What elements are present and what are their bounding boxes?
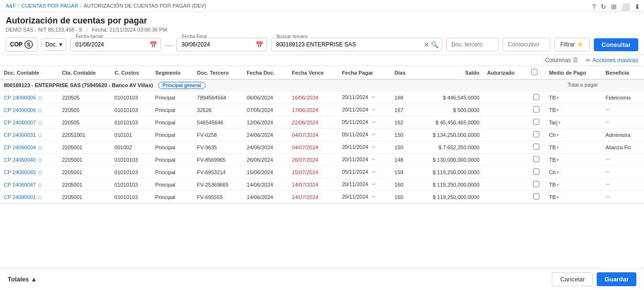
- doc-link[interactable]: CP 24060034: [4, 145, 36, 150]
- beneficia-edit-icon[interactable]: ✏: [606, 181, 610, 187]
- doc-tercero-input[interactable]: [446, 38, 499, 51]
- external-link-icon: ⬡: [38, 183, 42, 188]
- doc-link[interactable]: CP 24060045: [4, 169, 36, 175]
- cell-checkbox: [527, 166, 545, 178]
- cell-fecha-pagar: 05/11/2024 ✏: [338, 129, 391, 141]
- row-checkbox[interactable]: [533, 193, 539, 200]
- breadcrumb-home[interactable]: A&F: [6, 3, 16, 9]
- doc-link[interactable]: CP 24060047: [4, 182, 36, 188]
- acciones-masivas-button[interactable]: ✏ Acciones masivas: [586, 57, 638, 64]
- download-icon[interactable]: ⬇: [634, 3, 640, 11]
- cell-beneficia: Alianza Fic: [602, 141, 644, 154]
- beneficia-edit-icon[interactable]: ✏: [606, 119, 610, 125]
- cell-saldo: $ 119,250,000.0000: [415, 191, 483, 203]
- refresh-icon[interactable]: ↻: [601, 3, 606, 11]
- beneficia-edit-icon[interactable]: ✏: [606, 169, 610, 175]
- fecha-final-calendar-icon[interactable]: 📅: [256, 41, 263, 48]
- fecha-pagar-edit-icon[interactable]: ✏: [372, 144, 376, 150]
- table-group-row: 800189123 - ENTERPRISE SAS (75945620 - B…: [0, 79, 644, 91]
- cell-fecha-doc: 06/06/2024: [243, 91, 288, 104]
- cell-fecha-doc: 26/06/2024: [243, 154, 288, 166]
- fecha-final-input[interactable]: 30/06/2024: [176, 38, 267, 51]
- doc-link[interactable]: CP 24060006: [4, 107, 36, 113]
- cell-segmento: Principal: [151, 178, 193, 191]
- medio-pago-selector[interactable]: TB ▾: [549, 157, 559, 163]
- row-checkbox[interactable]: [533, 168, 539, 175]
- doc-link[interactable]: CP 24060007: [4, 120, 36, 125]
- doc-link[interactable]: CP 24080001: [4, 194, 36, 200]
- fecha-pagar-edit-icon[interactable]: ✏: [372, 194, 376, 200]
- row-checkbox[interactable]: [533, 94, 539, 100]
- filtrar-button[interactable]: Filtrar ⚡: [554, 38, 590, 51]
- currency-label: COP: [10, 41, 22, 48]
- fecha-pagar-edit-icon[interactable]: ✏: [372, 156, 376, 162]
- columns-button[interactable]: Columnas ☰: [545, 57, 578, 64]
- medio-pago-selector[interactable]: TB ▾: [549, 194, 559, 200]
- medio-pago-selector[interactable]: Ch ▾: [549, 132, 559, 138]
- col-medio-pago: Medio de Pago: [545, 66, 601, 79]
- table-row: CP 24080001 ⬡ 2205001 01010103 Principal…: [0, 191, 644, 203]
- row-checkbox[interactable]: [533, 181, 539, 187]
- cell-fecha-pagar: 20/11/2024 ✏: [338, 91, 391, 104]
- fecha-pagar-edit-icon[interactable]: ✏: [372, 169, 376, 175]
- cell-doc-tercero: FV-0258: [193, 129, 243, 141]
- consecutivo-group: [503, 38, 550, 51]
- question-icon[interactable]: ?: [592, 3, 596, 11]
- doc-link[interactable]: CP 24060031: [4, 132, 36, 138]
- total-label: Total a pagar: [568, 82, 598, 88]
- cell-doc-contable: CP 24080001 ⬡: [0, 191, 58, 203]
- cell-saldo: $ 130,000,000.0000: [415, 154, 483, 166]
- table-row: CP 24060040 ⬡ 2205001 01010103 Principal…: [0, 154, 644, 166]
- window-icon[interactable]: ⬜: [622, 3, 630, 11]
- fecha-inicial-calendar-icon[interactable]: 📅: [150, 41, 157, 48]
- fecha-pagar-edit-icon[interactable]: ✏: [372, 107, 376, 112]
- external-link-icon: ⬡: [38, 145, 42, 150]
- fecha-inicial-input[interactable]: 01/06/2024: [70, 38, 161, 51]
- medio-pago-selector[interactable]: TB ▾: [549, 107, 559, 113]
- breadcrumb-level2: AUTORIZACIÓN DE CUENTAS POR PAGAR (DEV): [84, 3, 206, 9]
- cell-fecha-pagar: 05/11/2024 ✏: [338, 116, 391, 129]
- row-checkbox[interactable]: [533, 156, 539, 162]
- currency-button[interactable]: COP S: [6, 37, 37, 52]
- external-link-icon: ⬡: [38, 96, 42, 100]
- medio-pago-selector[interactable]: TB ▾: [549, 182, 559, 188]
- beneficia-edit-icon[interactable]: ✏: [606, 107, 610, 112]
- fecha-pagar-edit-icon[interactable]: ✏: [372, 132, 376, 137]
- clear-tercero-icon[interactable]: ✕: [424, 41, 429, 48]
- breadcrumb-level1[interactable]: CUENTAS POR PAGAR: [21, 3, 78, 9]
- medio-pago-selector[interactable]: TB ▾: [549, 95, 559, 100]
- search-tercero-icon[interactable]: 🔍: [431, 41, 439, 48]
- fecha-pagar-edit-icon[interactable]: ✏: [372, 119, 376, 125]
- medio-pago-selector[interactable]: TB ▾: [549, 145, 559, 150]
- fecha-pagar-edit-icon[interactable]: ✏: [372, 94, 376, 100]
- consecutivo-input[interactable]: [503, 38, 550, 51]
- cell-beneficia: Administra: [602, 129, 644, 141]
- col-fecha-vence: Fecha Vence: [288, 66, 338, 79]
- cell-fecha-doc: 07/06/2024: [243, 104, 288, 116]
- cell-fecha-pagar: 20/11/2024 ✏: [338, 104, 391, 116]
- doc-type-selector[interactable]: Doc. ▾: [41, 38, 66, 51]
- row-checkbox[interactable]: [533, 106, 539, 112]
- beneficia-edit-icon[interactable]: ✏: [606, 194, 610, 200]
- consultar-button[interactable]: Consultar: [594, 38, 638, 51]
- external-link-icon: ⬡: [38, 195, 42, 200]
- buscar-tercero-input[interactable]: [271, 38, 442, 51]
- doc-link[interactable]: CP 24060040: [4, 157, 36, 163]
- cell-checkbox: [527, 104, 545, 116]
- row-checkbox[interactable]: [533, 144, 539, 150]
- layout-icon[interactable]: ⊞: [611, 3, 617, 11]
- row-checkbox[interactable]: [533, 131, 539, 137]
- doc-link[interactable]: CP 24060005: [4, 95, 36, 100]
- col-cta-contable: Cta. Contable: [58, 66, 111, 79]
- cell-doc-contable: CP 24060006 ⬡: [0, 104, 58, 116]
- row-checkbox[interactable]: [533, 119, 539, 125]
- cell-fecha-doc: 14/06/2024: [243, 191, 288, 203]
- medio-pago-selector[interactable]: Ch ▾: [549, 169, 559, 175]
- select-all-checkbox[interactable]: [531, 69, 537, 75]
- date-range-separator: —: [165, 41, 172, 50]
- medio-pago-selector[interactable]: Tarj ▾: [549, 120, 561, 125]
- beneficia-edit-icon[interactable]: ✏: [606, 156, 610, 162]
- fecha-pagar-edit-icon[interactable]: ✏: [372, 181, 376, 187]
- medio-pago-arrow-icon: ▾: [557, 157, 559, 162]
- col-saldo: Saldo: [415, 66, 483, 79]
